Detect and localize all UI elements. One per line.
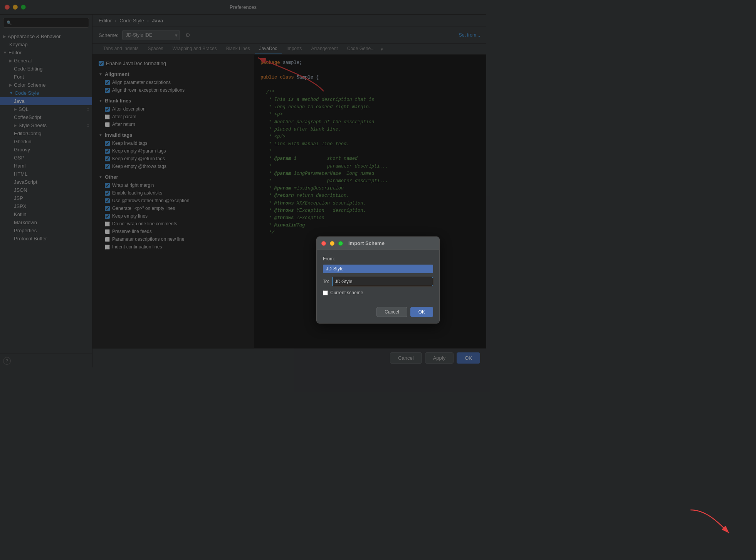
preferences-window: Preferences 🔍 ▶ Appearance & Behavior Ke… xyxy=(0,0,486,367)
modal-overlay: Import Scheme From: JD-Style To: Current… xyxy=(0,0,486,367)
modal-footer: Cancel OK xyxy=(317,307,439,323)
modal-cancel-button[interactable]: Cancel xyxy=(376,307,407,317)
modal-ok-button[interactable]: OK xyxy=(410,307,433,317)
modal-titlebar: Import Scheme xyxy=(317,237,439,250)
modal-minimize-button[interactable] xyxy=(330,241,334,246)
modal-maximize-button[interactable] xyxy=(338,241,343,246)
modal-to-row: To: xyxy=(323,277,433,286)
modal-from-label: From: xyxy=(323,256,433,262)
modal-to-input[interactable] xyxy=(332,277,433,286)
modal-from-value[interactable]: JD-Style xyxy=(323,265,433,273)
modal-current-scheme-label[interactable]: Current scheme xyxy=(330,290,363,295)
modal-title: Import Scheme xyxy=(348,240,385,246)
modal-current-scheme-checkbox[interactable] xyxy=(323,290,328,295)
modal-close-button[interactable] xyxy=(321,241,326,246)
modal-body: From: JD-Style To: Current scheme xyxy=(317,250,439,307)
import-scheme-modal: Import Scheme From: JD-Style To: Current… xyxy=(316,236,440,324)
modal-to-label: To: xyxy=(323,279,329,284)
modal-current-scheme-row: Current scheme xyxy=(323,290,433,295)
